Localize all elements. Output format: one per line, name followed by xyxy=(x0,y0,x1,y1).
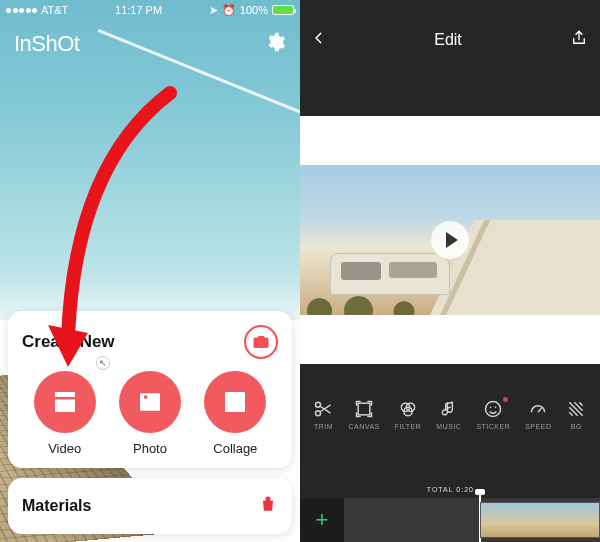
alarm-icon: ⏰ xyxy=(222,4,236,17)
video-label: Video xyxy=(48,441,81,456)
notification-dot-icon xyxy=(503,397,508,402)
add-clip-button[interactable]: + xyxy=(300,498,344,542)
timeline[interactable]: TOTAL 0:20 xyxy=(344,498,600,542)
clip-thumbnail[interactable] xyxy=(480,502,600,538)
clapperboard-icon xyxy=(50,387,80,417)
editor-top-pad xyxy=(300,60,600,116)
preview-area xyxy=(300,116,600,364)
tool-row: TRIM CANVAS FILTER MUSIC STICKER SPE xyxy=(300,386,600,442)
canvas-label: CANVAS xyxy=(348,423,379,430)
materials-title: Materials xyxy=(22,497,91,515)
filter-label: FILTER xyxy=(395,423,422,430)
battery-icon xyxy=(272,5,294,15)
sticker-icon xyxy=(483,399,503,419)
clock-label: 11:17 PM xyxy=(115,4,162,16)
tool-speed[interactable]: SPEED xyxy=(525,399,551,430)
editor-header: Edit xyxy=(300,20,600,60)
settings-button[interactable] xyxy=(264,31,286,57)
music-icon xyxy=(439,399,459,419)
trim-label: TRIM xyxy=(314,423,333,430)
photo-icon xyxy=(135,387,165,417)
canvas-icon xyxy=(354,399,374,419)
svg-point-1 xyxy=(316,410,321,415)
timeline-row: + TOTAL 0:20 xyxy=(300,498,600,542)
back-button[interactable] xyxy=(312,31,326,49)
camera-icon xyxy=(252,333,270,351)
background-icon xyxy=(566,399,586,419)
scissors-icon xyxy=(313,399,333,419)
video-preview[interactable] xyxy=(300,165,600,315)
status-bar: AT&T 11:17 PM ➤ ⏰ 100% xyxy=(0,0,300,20)
battery-percent-label: 100% xyxy=(240,4,268,16)
status-bar-right xyxy=(300,0,600,20)
total-duration-label: TOTAL 0:20 xyxy=(427,486,474,493)
bg-label: BG xyxy=(571,423,582,430)
speed-icon xyxy=(528,399,548,419)
tool-filter[interactable]: FILTER xyxy=(395,399,422,430)
sticker-label: STICKER xyxy=(476,423,510,430)
cursor-pointer-icon: ↖ xyxy=(96,356,110,370)
store-icon xyxy=(258,494,278,518)
gear-icon xyxy=(264,31,286,53)
chevron-left-icon xyxy=(312,31,326,45)
create-video-button[interactable]: Video xyxy=(34,371,96,456)
create-new-card: Create New Video Photo xyxy=(8,311,292,468)
share-icon xyxy=(570,29,588,47)
svg-point-8 xyxy=(495,406,497,408)
location-icon: ➤ xyxy=(209,4,218,17)
create-collage-button[interactable]: Collage xyxy=(204,371,266,456)
create-photo-button[interactable]: Photo xyxy=(119,371,181,456)
music-label: MUSIC xyxy=(436,423,461,430)
tool-trim[interactable]: TRIM xyxy=(313,399,333,430)
collage-label: Collage xyxy=(213,441,257,456)
play-button[interactable] xyxy=(431,221,469,259)
editor-screen: Edit TRIM CANVAS FILTER xyxy=(300,0,600,542)
home-screen: AT&T 11:17 PM ➤ ⏰ 100% InShOt Create New xyxy=(0,0,300,542)
svg-rect-2 xyxy=(358,403,370,415)
svg-point-6 xyxy=(486,401,501,416)
materials-card[interactable]: Materials xyxy=(8,478,292,534)
editor-title: Edit xyxy=(434,31,462,49)
signal-strength-icon xyxy=(6,8,37,13)
plus-icon: + xyxy=(316,507,329,533)
tool-music[interactable]: MUSIC xyxy=(436,399,461,430)
share-button[interactable] xyxy=(570,29,588,51)
app-title: InShOt xyxy=(14,31,79,57)
app-header: InShOt xyxy=(0,24,300,64)
tool-canvas[interactable]: CANVAS xyxy=(348,399,379,430)
svg-point-0 xyxy=(316,402,321,407)
tool-sticker[interactable]: STICKER xyxy=(476,399,510,430)
speed-label: SPEED xyxy=(525,423,551,430)
carrier-label: AT&T xyxy=(41,4,68,16)
photo-label: Photo xyxy=(133,441,167,456)
camera-button[interactable] xyxy=(244,325,278,359)
filter-icon xyxy=(398,399,418,419)
collage-icon xyxy=(220,387,250,417)
svg-point-7 xyxy=(490,406,492,408)
create-new-title: Create New xyxy=(22,332,115,352)
tool-bg[interactable]: BG xyxy=(566,399,586,430)
